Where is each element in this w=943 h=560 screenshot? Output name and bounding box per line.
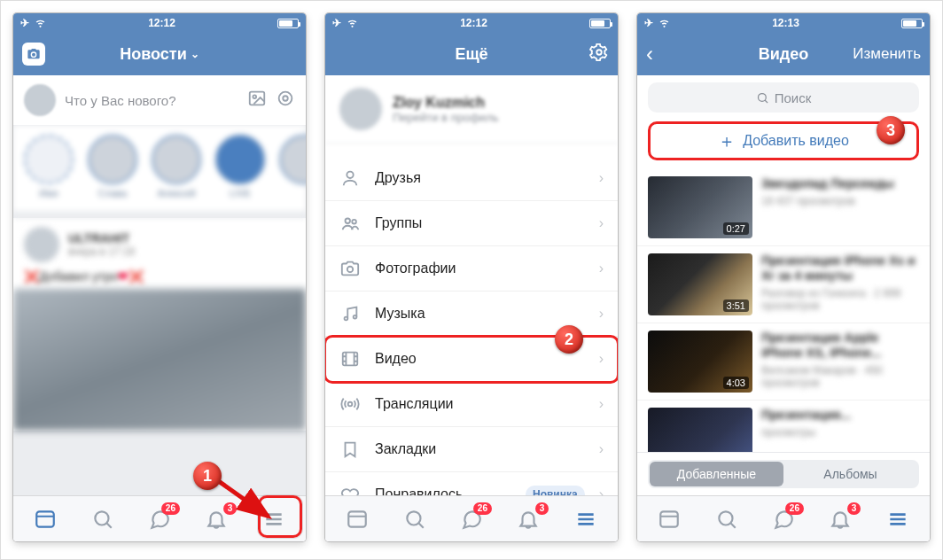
camera-icon (339, 258, 361, 279)
svg-point-9 (352, 220, 356, 224)
back-icon[interactable]: ‹ (646, 42, 653, 66)
menu-friends[interactable]: Друзья › (325, 156, 618, 201)
tab-messages[interactable]: 26 (141, 501, 178, 538)
menu-groups[interactable]: Группы › (325, 201, 618, 246)
add-video-label: Добавить видео (743, 133, 849, 149)
battery-icon (901, 19, 923, 28)
tab-search[interactable] (708, 501, 745, 538)
svg-rect-13 (343, 353, 358, 366)
menu-bookmarks[interactable]: Закладки › (325, 427, 618, 472)
chevron-right-icon: › (599, 486, 604, 495)
menu-live[interactable]: Трансляции › (325, 382, 618, 427)
tab-notifications[interactable]: 3 (822, 501, 859, 538)
svg-point-11 (345, 317, 348, 321)
svg-point-10 (347, 267, 353, 272)
navbar-news: Новости⌄ (13, 33, 306, 75)
airplane-mode-icon: ✈ (332, 17, 341, 29)
tab-bar: 26 3 (637, 495, 930, 541)
video-list: 0:27 Звездопад Персеиды18 437 просмотров… (637, 169, 930, 478)
status-time: 12:13 (670, 17, 901, 29)
video-item[interactable]: 0:27 Звездопад Персеиды18 437 просмотров (637, 169, 930, 246)
svg-point-14 (348, 402, 353, 407)
user-avatar[interactable] (24, 84, 56, 116)
chevron-right-icon: › (599, 441, 604, 457)
tab-menu[interactable] (879, 501, 916, 538)
chevron-right-icon: › (599, 170, 604, 186)
tab-bar: 26 3 (325, 495, 618, 541)
photo-icon[interactable] (247, 89, 267, 112)
more-content: Zloy Kuzmich Перейти в профиль Друзья › … (325, 75, 618, 495)
phone-news: ✈ 12:12 Новости⌄ Что у Вас нового? (13, 13, 306, 541)
search-placeholder: Поиск (775, 90, 812, 105)
chevron-right-icon: › (599, 396, 604, 412)
battery-icon (589, 19, 611, 28)
phone-more: ✈ 12:12 Ещё Zloy Kuzmich Перейти в профи… (325, 13, 618, 541)
messages-badge: 26 (161, 502, 180, 515)
compose-placeholder[interactable]: Что у Вас нового? (65, 93, 238, 108)
nav-title-video: Видео (708, 45, 859, 64)
chevron-right-icon: › (599, 215, 604, 231)
status-bar: ✈ 12:12 (325, 13, 618, 33)
feed-post[interactable]: ULTRAHIT вчера в 17:18 ❌Добавил утро❤❌ (13, 218, 306, 431)
tab-search[interactable] (84, 501, 121, 538)
compose-row[interactable]: Что у Вас нового? (13, 75, 306, 126)
news-content: Что у Вас нового? Имя Слава Алексей LIVE… (13, 75, 306, 495)
tab-menu[interactable] (567, 501, 604, 538)
tab-feed[interactable] (651, 501, 688, 538)
heart-icon (339, 484, 361, 495)
nav-title-news[interactable]: Новости⌄ (84, 45, 235, 64)
tab-search[interactable] (396, 501, 433, 538)
tab-messages[interactable]: 26 (453, 501, 490, 538)
step-3: 3 (877, 116, 905, 144)
svg-rect-4 (36, 511, 54, 526)
video-thumb: 3:51 (648, 253, 752, 315)
gear-icon[interactable] (589, 43, 609, 66)
menu-photos[interactable]: Фотографии › (325, 246, 618, 292)
wifi-icon (659, 17, 670, 30)
bookmark-icon (339, 439, 361, 460)
tab-messages[interactable]: 26 (765, 501, 802, 538)
edit-button[interactable]: Изменить (853, 45, 921, 63)
wifi-icon (347, 17, 358, 30)
chevron-right-icon: › (599, 306, 604, 322)
camera-icon[interactable] (22, 43, 45, 66)
svg-point-1 (253, 95, 256, 98)
svg-point-7 (347, 172, 353, 178)
music-icon (339, 303, 361, 324)
live-icon[interactable] (276, 89, 295, 112)
menu-liked[interactable]: Понравилось Новинка › (325, 472, 618, 495)
video-item[interactable]: 4:03 Презентация Apple iPhone XS, iPhone… (637, 323, 930, 401)
status-bar: ✈ 12:12 (13, 13, 306, 33)
svg-point-17 (758, 93, 766, 101)
user-icon (339, 167, 361, 189)
chevron-right-icon: › (599, 351, 604, 367)
segment-added[interactable]: Добавленные (650, 462, 783, 486)
segment-albums[interactable]: Альбомы (783, 462, 917, 486)
tab-feed[interactable] (339, 501, 376, 538)
video-thumb: 0:27 (648, 176, 752, 238)
video-thumb: 4:03 (648, 331, 752, 393)
navbar-more: Ещё (325, 33, 618, 75)
phone-video: ✈ 12:13 ‹ Видео Изменить Поиск ＋ Добавит… (637, 13, 930, 541)
status-time: 12:12 (46, 17, 277, 29)
svg-rect-15 (348, 511, 366, 526)
stories-row[interactable]: Имя Слава Алексей LIVE (13, 126, 306, 218)
search-icon (756, 91, 769, 105)
users-icon (339, 213, 361, 234)
tab-feed[interactable] (27, 501, 64, 538)
svg-point-16 (407, 511, 420, 525)
post-image[interactable] (13, 289, 306, 431)
segment-control: Добавленные Альбомы (637, 452, 930, 495)
airplane-mode-icon: ✈ (644, 17, 653, 29)
search-input[interactable]: Поиск (648, 82, 919, 113)
broadcast-icon (339, 393, 361, 415)
step-1: 1 (193, 462, 222, 490)
video-item[interactable]: 3:51 Презентация iPhone Xs и Xr за 4 мин… (637, 246, 930, 323)
status-bar: ✈ 12:13 (637, 13, 930, 33)
profile-row[interactable]: Zloy Kuzmich Перейти в профиль (325, 75, 618, 144)
svg-point-2 (283, 96, 288, 101)
battery-icon (277, 19, 299, 28)
chevron-right-icon: › (599, 261, 604, 276)
tab-notifications[interactable]: 3 (510, 501, 547, 538)
wifi-icon (35, 17, 46, 30)
